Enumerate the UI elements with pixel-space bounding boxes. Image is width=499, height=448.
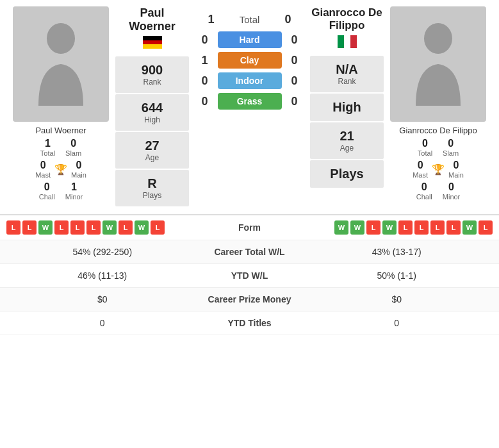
svg-point-0 [47,23,75,54]
left-age-block: 27 Age [115,132,189,169]
hard-right-score: 0 [288,33,301,47]
right-trophy-icon: 🏆 [432,163,445,176]
table-row-prize-money: $0 Career Prize Money $0 [0,288,499,311]
right-minor-value: 0 [448,181,454,193]
right-ytd-wl: 50% (1-1) [301,270,493,281]
ytd-titles-label: YTD Titles [199,318,301,328]
left-flag [115,36,189,51]
left-form-badges: L L W L L L W L W L [6,220,199,235]
right-form-7: L [430,220,445,235]
surface-row-grass: 0 Grass 0 [199,93,301,110]
right-total-label: Total [418,149,432,157]
left-mast-value: 0 [40,160,46,171]
right-rank-label: Rank [313,77,380,86]
right-high-block: High [310,94,384,121]
right-form-1: W [334,220,348,235]
table-row-ytd-wl: 46% (11-13) YTD W/L 50% (1-1) [0,264,499,288]
grass-button: Grass [218,93,282,110]
form-label: Form [199,222,301,233]
hard-left-score: 0 [199,33,211,47]
svg-point-7 [424,23,452,54]
left-rank-block: 900 Rank [115,56,189,93]
left-form-6: L [86,220,101,235]
left-center-stats: Paul Woerner 900 Rank 644 High 27 Age R … [115,6,189,208]
right-mast-label: Mast [413,171,428,179]
right-plays-block: Plays [310,160,384,188]
svg-rect-1 [143,36,162,40]
surface-row-hard: 0 Hard 0 [199,31,301,48]
left-age-label: Age [119,153,186,162]
right-chall-value: 0 [421,181,427,193]
left-rank-value: 900 [119,63,186,78]
left-plays-label: Plays [119,191,186,200]
right-mast-value: 0 [418,160,423,171]
right-header-name: Gianrocco De Filippo [310,6,384,33]
left-player-name: Paul Woerner [35,126,86,135]
right-age-label: Age [313,144,380,153]
left-mast-label: Mast [35,171,51,179]
left-total-value: 1 [45,138,51,149]
right-high-value: High [313,100,380,115]
left-slam-label: Slam [65,149,81,157]
right-form-9: W [462,220,477,235]
right-rank-value: N/A [313,62,380,77]
right-total-value: 0 [422,138,428,149]
right-form-2: W [350,220,364,235]
left-main-label: Main [71,171,86,179]
ytd-wl-label: YTD W/L [199,270,301,281]
right-chall-label: Chall [416,193,432,201]
left-rank-label: Rank [119,78,186,87]
right-form-8: L [446,220,461,235]
left-ytd-wl: 46% (11-13) [6,270,199,281]
left-form-1: L [6,220,20,235]
left-form-3: W [38,220,53,235]
left-prize-money: $0 [6,294,199,304]
table-row-ytd-titles: 0 YTD Titles 0 [0,311,499,335]
left-total-score: 1 [205,13,218,26]
indoor-button: Indoor [218,72,282,89]
right-total-score: 0 [282,13,295,26]
surface-row-clay: 1 Clay 0 [199,52,301,69]
left-main-value: 0 [76,160,81,171]
left-plays-block: R Plays [115,170,189,206]
career-wl-label: Career Total W/L [199,247,301,257]
right-minor-label: Minor [443,193,461,201]
right-form-10: L [479,220,493,235]
total-score-row: 1 Total 0 [205,13,295,26]
left-minor-value: 1 [71,181,77,193]
right-center-stats: Gianrocco De Filippo N/A Rank High 21 Ag… [310,6,384,208]
left-high-block: 644 High [115,94,189,131]
left-plays-value: R [119,176,186,191]
indoor-right-score: 0 [288,74,301,88]
left-form-7: W [102,220,117,235]
form-row: L L W L L L W L W L Form W W L W L L L L… [0,215,499,240]
surface-rows: 0 Hard 0 1 Clay 0 0 Indoor 0 0 Grass 0 [192,31,307,110]
right-player-photo [390,6,486,122]
left-career-wl: 54% (292-250) [6,247,199,257]
right-rank-block: N/A Rank [310,56,384,92]
left-chall-value: 0 [44,181,50,193]
left-form-9: W [135,220,149,235]
left-form-10: L [151,220,165,235]
left-chall-label: Chall [39,193,55,201]
right-form-6: L [414,220,429,235]
right-slam-value: 0 [448,138,454,149]
right-flag [310,35,384,51]
svg-rect-4 [338,35,344,48]
total-label: Total [224,14,275,25]
right-plays-value: Plays [313,167,380,181]
clay-left-score: 1 [199,54,211,67]
surface-row-indoor: 0 Indoor 0 [199,72,301,89]
left-form-8: L [119,220,133,235]
right-form-4: W [382,220,397,235]
right-form-badges: W W L W L L L L W L [301,220,493,235]
right-career-wl: 43% (13-17) [301,247,493,257]
bottom-section: L L W L L L W L W L Form W W L W L L L L… [0,214,499,335]
clay-button: Clay [218,52,282,69]
right-main-value: 0 [453,160,459,171]
prize-money-label: Career Prize Money [199,294,301,304]
svg-rect-6 [350,35,357,48]
hard-button: Hard [218,31,282,48]
right-main-label: Main [448,171,464,179]
clay-right-score: 0 [288,54,301,67]
